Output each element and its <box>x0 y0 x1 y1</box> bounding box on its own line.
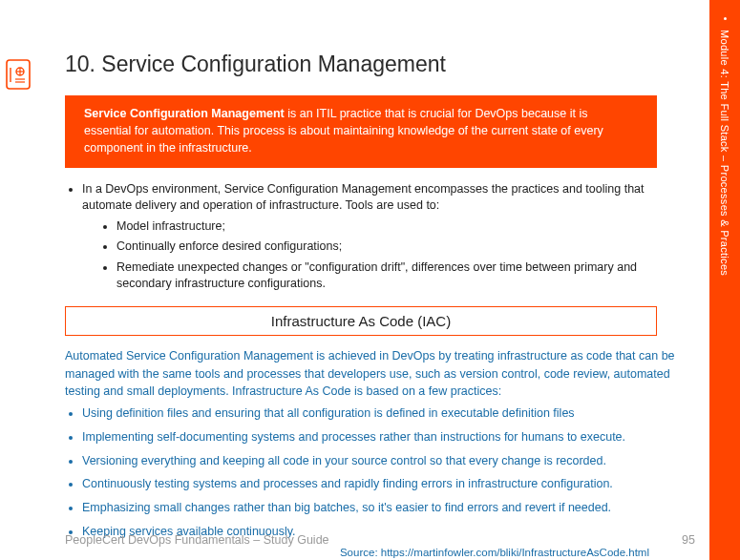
body-section: In a DevOps environment, Service Configu… <box>65 181 676 293</box>
slide: Module 4: The Full Stack – Processes & P… <box>0 0 740 560</box>
blue-bullet: Implementing self-documenting systems an… <box>82 428 676 446</box>
page-number: 95 <box>682 533 695 547</box>
book-icon <box>6 59 31 90</box>
iac-description: Automated Service Configuration Manageme… <box>65 347 676 541</box>
page-title: 10. Service Configuration Management <box>65 52 676 78</box>
iac-heading-box: Infrastructure As Code (IAC) <box>65 306 657 336</box>
blue-intro: Automated Service Configuration Manageme… <box>65 347 676 401</box>
blue-bullet: Continuously testing systems and process… <box>82 475 676 493</box>
module-label: Module 4: The Full Stack – Processes & P… <box>719 30 730 276</box>
blue-bullet: Versioning everything and keeping all co… <box>82 452 676 470</box>
sub-bullet: Model infrastructure; <box>116 218 676 236</box>
sub-bullet: Remediate unexpected changes or "configu… <box>116 259 676 293</box>
blue-bullet: Using definition files and ensuring that… <box>82 404 676 423</box>
definition-callout: Service Configuration Management is an I… <box>65 95 657 168</box>
blue-bullet: Emphasizing small changes rather than bi… <box>82 499 676 517</box>
content-area: 10. Service Configuration Management Ser… <box>65 52 676 558</box>
sidebar-right: Module 4: The Full Stack – Processes & P… <box>709 0 740 560</box>
intro-bullet-text: In a DevOps environment, Service Configu… <box>82 182 645 213</box>
sub-bullet: Continually enforce desired configuratio… <box>116 239 676 256</box>
sidebar-dot-icon <box>724 17 727 20</box>
callout-term: Service Configuration Management <box>84 107 285 120</box>
source-citation: Source: https://martinfowler.com/bliki/I… <box>65 547 676 558</box>
intro-bullet: In a DevOps environment, Service Configu… <box>82 181 676 293</box>
slide-footer: PeopleCert DevOps Fundamentals – Study G… <box>65 533 695 547</box>
footer-title: PeopleCert DevOps Fundamentals – Study G… <box>65 533 329 547</box>
